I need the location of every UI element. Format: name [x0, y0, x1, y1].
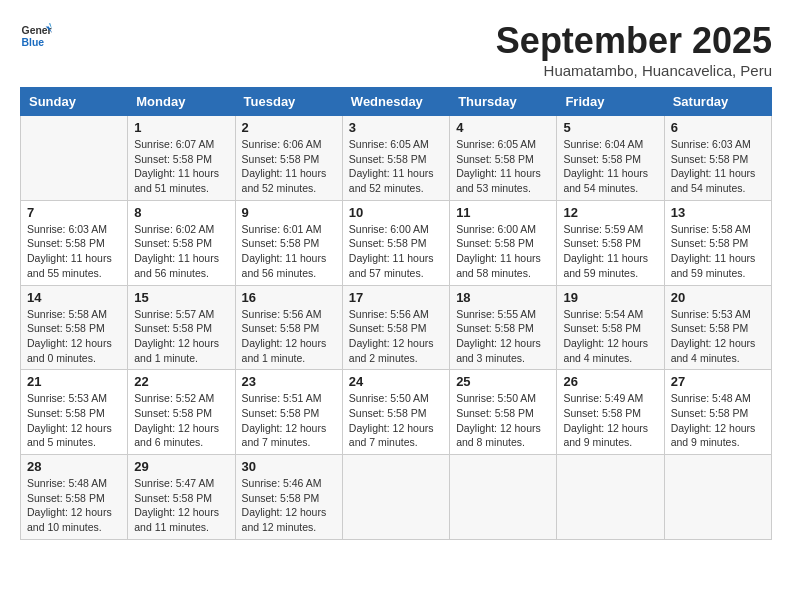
day-number: 30	[242, 459, 336, 474]
day-info: Sunrise: 5:48 AM Sunset: 5:58 PM Dayligh…	[27, 476, 121, 535]
calendar-cell: 7Sunrise: 6:03 AM Sunset: 5:58 PM Daylig…	[21, 200, 128, 285]
day-info: Sunrise: 5:50 AM Sunset: 5:58 PM Dayligh…	[456, 391, 550, 450]
calendar-cell: 25Sunrise: 5:50 AM Sunset: 5:58 PM Dayli…	[450, 370, 557, 455]
calendar-header-thursday: Thursday	[450, 88, 557, 116]
calendar-header-tuesday: Tuesday	[235, 88, 342, 116]
page-header: General Blue September 2025 Huamatambo, …	[20, 20, 772, 79]
calendar-header-friday: Friday	[557, 88, 664, 116]
day-number: 7	[27, 205, 121, 220]
calendar-cell	[21, 116, 128, 201]
calendar-cell: 23Sunrise: 5:51 AM Sunset: 5:58 PM Dayli…	[235, 370, 342, 455]
day-info: Sunrise: 5:49 AM Sunset: 5:58 PM Dayligh…	[563, 391, 657, 450]
day-number: 6	[671, 120, 765, 135]
day-info: Sunrise: 5:53 AM Sunset: 5:58 PM Dayligh…	[671, 307, 765, 366]
day-number: 9	[242, 205, 336, 220]
day-number: 2	[242, 120, 336, 135]
day-info: Sunrise: 6:01 AM Sunset: 5:58 PM Dayligh…	[242, 222, 336, 281]
calendar-cell: 27Sunrise: 5:48 AM Sunset: 5:58 PM Dayli…	[664, 370, 771, 455]
day-info: Sunrise: 6:02 AM Sunset: 5:58 PM Dayligh…	[134, 222, 228, 281]
calendar-week-row: 28Sunrise: 5:48 AM Sunset: 5:58 PM Dayli…	[21, 455, 772, 540]
calendar-week-row: 1Sunrise: 6:07 AM Sunset: 5:58 PM Daylig…	[21, 116, 772, 201]
day-number: 11	[456, 205, 550, 220]
day-info: Sunrise: 5:51 AM Sunset: 5:58 PM Dayligh…	[242, 391, 336, 450]
day-number: 5	[563, 120, 657, 135]
day-number: 20	[671, 290, 765, 305]
calendar-cell: 1Sunrise: 6:07 AM Sunset: 5:58 PM Daylig…	[128, 116, 235, 201]
day-number: 8	[134, 205, 228, 220]
day-number: 16	[242, 290, 336, 305]
calendar-cell: 2Sunrise: 6:06 AM Sunset: 5:58 PM Daylig…	[235, 116, 342, 201]
calendar-cell: 10Sunrise: 6:00 AM Sunset: 5:58 PM Dayli…	[342, 200, 449, 285]
calendar-cell	[342, 455, 449, 540]
day-info: Sunrise: 5:52 AM Sunset: 5:58 PM Dayligh…	[134, 391, 228, 450]
logo-icon: General Blue	[20, 20, 52, 52]
day-number: 28	[27, 459, 121, 474]
calendar-cell: 30Sunrise: 5:46 AM Sunset: 5:58 PM Dayli…	[235, 455, 342, 540]
day-info: Sunrise: 6:03 AM Sunset: 5:58 PM Dayligh…	[671, 137, 765, 196]
calendar-cell: 18Sunrise: 5:55 AM Sunset: 5:58 PM Dayli…	[450, 285, 557, 370]
calendar-cell: 26Sunrise: 5:49 AM Sunset: 5:58 PM Dayli…	[557, 370, 664, 455]
calendar-cell: 13Sunrise: 5:58 AM Sunset: 5:58 PM Dayli…	[664, 200, 771, 285]
logo: General Blue	[20, 20, 52, 52]
calendar-cell: 3Sunrise: 6:05 AM Sunset: 5:58 PM Daylig…	[342, 116, 449, 201]
day-info: Sunrise: 5:55 AM Sunset: 5:58 PM Dayligh…	[456, 307, 550, 366]
calendar-cell: 15Sunrise: 5:57 AM Sunset: 5:58 PM Dayli…	[128, 285, 235, 370]
day-number: 17	[349, 290, 443, 305]
day-info: Sunrise: 5:57 AM Sunset: 5:58 PM Dayligh…	[134, 307, 228, 366]
calendar-cell: 16Sunrise: 5:56 AM Sunset: 5:58 PM Dayli…	[235, 285, 342, 370]
calendar-cell: 11Sunrise: 6:00 AM Sunset: 5:58 PM Dayli…	[450, 200, 557, 285]
calendar-cell	[450, 455, 557, 540]
calendar-cell: 4Sunrise: 6:05 AM Sunset: 5:58 PM Daylig…	[450, 116, 557, 201]
day-info: Sunrise: 6:05 AM Sunset: 5:58 PM Dayligh…	[349, 137, 443, 196]
day-info: Sunrise: 5:56 AM Sunset: 5:58 PM Dayligh…	[242, 307, 336, 366]
day-number: 10	[349, 205, 443, 220]
calendar-week-row: 14Sunrise: 5:58 AM Sunset: 5:58 PM Dayli…	[21, 285, 772, 370]
location-subtitle: Huamatambo, Huancavelica, Peru	[496, 62, 772, 79]
month-title: September 2025	[496, 20, 772, 62]
day-number: 22	[134, 374, 228, 389]
day-info: Sunrise: 5:53 AM Sunset: 5:58 PM Dayligh…	[27, 391, 121, 450]
title-area: September 2025 Huamatambo, Huancavelica,…	[496, 20, 772, 79]
calendar-header-row: SundayMondayTuesdayWednesdayThursdayFrid…	[21, 88, 772, 116]
day-number: 29	[134, 459, 228, 474]
calendar-cell: 5Sunrise: 6:04 AM Sunset: 5:58 PM Daylig…	[557, 116, 664, 201]
calendar-cell: 21Sunrise: 5:53 AM Sunset: 5:58 PM Dayli…	[21, 370, 128, 455]
calendar-cell: 22Sunrise: 5:52 AM Sunset: 5:58 PM Dayli…	[128, 370, 235, 455]
calendar-cell	[664, 455, 771, 540]
calendar-header-saturday: Saturday	[664, 88, 771, 116]
day-number: 18	[456, 290, 550, 305]
day-info: Sunrise: 5:54 AM Sunset: 5:58 PM Dayligh…	[563, 307, 657, 366]
calendar-cell: 9Sunrise: 6:01 AM Sunset: 5:58 PM Daylig…	[235, 200, 342, 285]
day-number: 21	[27, 374, 121, 389]
calendar-header-sunday: Sunday	[21, 88, 128, 116]
day-info: Sunrise: 6:00 AM Sunset: 5:58 PM Dayligh…	[349, 222, 443, 281]
day-number: 4	[456, 120, 550, 135]
day-info: Sunrise: 5:56 AM Sunset: 5:58 PM Dayligh…	[349, 307, 443, 366]
calendar-cell: 6Sunrise: 6:03 AM Sunset: 5:58 PM Daylig…	[664, 116, 771, 201]
day-info: Sunrise: 5:46 AM Sunset: 5:58 PM Dayligh…	[242, 476, 336, 535]
calendar-cell: 28Sunrise: 5:48 AM Sunset: 5:58 PM Dayli…	[21, 455, 128, 540]
calendar-cell: 12Sunrise: 5:59 AM Sunset: 5:58 PM Dayli…	[557, 200, 664, 285]
day-number: 26	[563, 374, 657, 389]
calendar-cell: 29Sunrise: 5:47 AM Sunset: 5:58 PM Dayli…	[128, 455, 235, 540]
day-number: 24	[349, 374, 443, 389]
calendar-cell: 19Sunrise: 5:54 AM Sunset: 5:58 PM Dayli…	[557, 285, 664, 370]
day-number: 13	[671, 205, 765, 220]
day-number: 19	[563, 290, 657, 305]
calendar-cell: 20Sunrise: 5:53 AM Sunset: 5:58 PM Dayli…	[664, 285, 771, 370]
calendar-header-monday: Monday	[128, 88, 235, 116]
calendar-table: SundayMondayTuesdayWednesdayThursdayFrid…	[20, 87, 772, 540]
day-info: Sunrise: 6:06 AM Sunset: 5:58 PM Dayligh…	[242, 137, 336, 196]
calendar-cell: 14Sunrise: 5:58 AM Sunset: 5:58 PM Dayli…	[21, 285, 128, 370]
day-info: Sunrise: 5:58 AM Sunset: 5:58 PM Dayligh…	[27, 307, 121, 366]
day-number: 3	[349, 120, 443, 135]
day-info: Sunrise: 5:47 AM Sunset: 5:58 PM Dayligh…	[134, 476, 228, 535]
calendar-week-row: 21Sunrise: 5:53 AM Sunset: 5:58 PM Dayli…	[21, 370, 772, 455]
calendar-cell: 8Sunrise: 6:02 AM Sunset: 5:58 PM Daylig…	[128, 200, 235, 285]
day-number: 1	[134, 120, 228, 135]
day-number: 23	[242, 374, 336, 389]
calendar-cell: 17Sunrise: 5:56 AM Sunset: 5:58 PM Dayli…	[342, 285, 449, 370]
day-info: Sunrise: 6:05 AM Sunset: 5:58 PM Dayligh…	[456, 137, 550, 196]
day-info: Sunrise: 6:07 AM Sunset: 5:58 PM Dayligh…	[134, 137, 228, 196]
day-info: Sunrise: 5:59 AM Sunset: 5:58 PM Dayligh…	[563, 222, 657, 281]
